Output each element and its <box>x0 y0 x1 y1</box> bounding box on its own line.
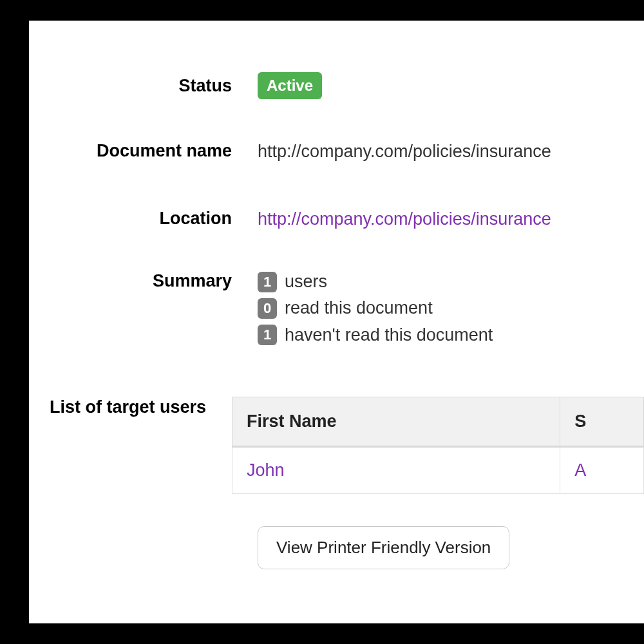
table-header-row: First Name S <box>232 397 644 446</box>
row-document-name: Document name http://company.com/policie… <box>29 140 644 163</box>
location-link[interactable]: http://company.com/policies/insurance <box>258 209 551 229</box>
value-summary: 1 users 0 read this document 1 haven't r… <box>258 270 644 350</box>
row-actions: View Printer Friendly Version <box>29 526 644 569</box>
summary-unread-line: 1 haven't read this document <box>258 324 644 346</box>
summary-users-count: 1 <box>258 272 277 292</box>
summary-users-text: users <box>285 270 327 293</box>
printer-friendly-button[interactable]: View Printer Friendly Version <box>258 526 509 569</box>
row-status: Status Active <box>29 72 644 99</box>
cell-second[interactable]: A <box>560 446 644 493</box>
summary-unread-text: haven't read this document <box>285 324 493 346</box>
row-summary: Summary 1 users 0 read this document 1 h… <box>29 270 644 350</box>
target-users-table: First Name S John A <box>232 397 644 494</box>
summary-read-count: 0 <box>258 298 277 319</box>
table-row: John A <box>232 446 644 493</box>
cell-first-name[interactable]: John <box>232 446 560 493</box>
label-document-name: Document name <box>29 140 258 161</box>
summary-unread-count: 1 <box>258 325 277 345</box>
value-actions: View Printer Friendly Version <box>258 526 644 569</box>
value-location: http://company.com/policies/insurance <box>258 208 644 231</box>
label-target-users: List of target users <box>29 397 232 417</box>
summary-users-line: 1 users <box>258 270 644 293</box>
label-location: Location <box>29 208 258 229</box>
summary-read-text: read this document <box>285 297 433 319</box>
value-status: Active <box>258 72 644 99</box>
row-location: Location http://company.com/policies/ins… <box>29 208 644 231</box>
label-status: Status <box>29 75 258 96</box>
summary-read-line: 0 read this document <box>258 297 644 319</box>
col-second[interactable]: S <box>560 397 644 446</box>
col-first-name[interactable]: First Name <box>232 397 560 446</box>
value-target-users: First Name S John A <box>232 397 644 494</box>
label-summary: Summary <box>29 270 258 291</box>
details-panel: Status Active Document name http://compa… <box>29 21 644 623</box>
row-target-users: List of target users First Name S John A <box>29 397 644 494</box>
value-document-name: http://company.com/policies/insurance <box>258 140 644 163</box>
status-badge: Active <box>258 72 322 99</box>
